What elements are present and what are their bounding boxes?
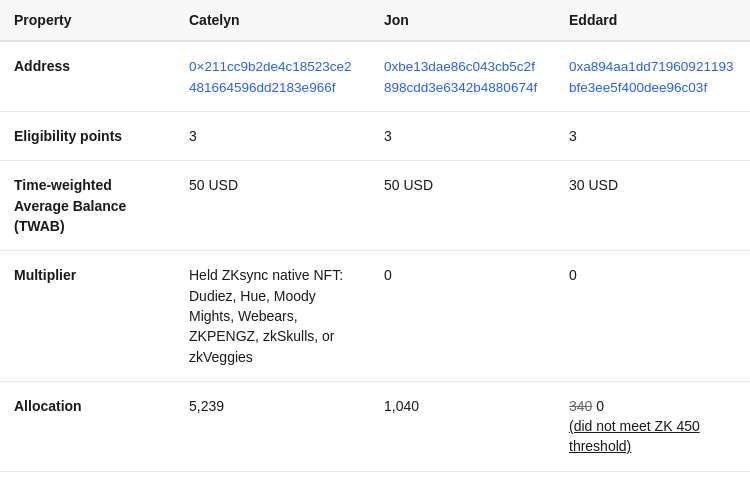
table-row-twab: Time-weighted Average Balance (TWAB) 50 … [0, 161, 750, 251]
property-allocation-label: Allocation [0, 381, 175, 471]
catelyn-twab: 50 USD [175, 161, 370, 251]
header-catelyn: Catelyn [175, 0, 370, 41]
eddard-allocation-strikethrough: 340 [569, 398, 592, 414]
eddard-allocation-cell: 3400 (did not meet ZK 450 threshold) [555, 381, 750, 471]
table-row-allocation: Allocation 5,239 1,040 3400 (did not mee… [0, 381, 750, 471]
property-address-label: Address [0, 41, 175, 112]
header-property: Property [0, 0, 175, 41]
property-eligibility-label: Eligibility points [0, 112, 175, 161]
jon-address-link[interactable]: 0xbe13dae86c043cb5c2f898cdd3e6342b488067… [384, 59, 537, 95]
eddard-address-cell: 0xa894aa1dd71960921193bfe3ee5f400dee96c0… [555, 41, 750, 112]
catelyn-eligibility: 3 [175, 112, 370, 161]
catelyn-multiplier: Held ZKsync native NFT: Dudiez, Hue, Moo… [175, 251, 370, 381]
eddard-allocation-note: (did not meet ZK 450 threshold) [569, 418, 700, 454]
table-row-multiplier: Multiplier Held ZKsync native NFT: Dudie… [0, 251, 750, 381]
property-multiplier-label: Multiplier [0, 251, 175, 381]
comparison-table-wrapper: Property Catelyn Jon Eddard Address 0×21… [0, 0, 750, 503]
eddard-allocation-value: 0 [596, 398, 604, 414]
eddard-multiplier: 0 [555, 251, 750, 381]
table-header-row: Property Catelyn Jon Eddard [0, 0, 750, 41]
table-row-address: Address 0×211cc9b2de4c18523ce2481664596d… [0, 41, 750, 112]
jon-allocation: 1,040 [370, 381, 555, 471]
catelyn-allocation: 5,239 [175, 381, 370, 471]
jon-address-cell: 0xbe13dae86c043cb5c2f898cdd3e6342b488067… [370, 41, 555, 112]
eddard-twab: 30 USD [555, 161, 750, 251]
catelyn-address-cell: 0×211cc9b2de4c18523ce2481664596dd2183e96… [175, 41, 370, 112]
eddard-address-link[interactable]: 0xa894aa1dd71960921193bfe3ee5f400dee96c0… [569, 59, 733, 95]
catelyn-address-link[interactable]: 0×211cc9b2de4c18523ce2481664596dd2183e96… [189, 59, 352, 95]
comparison-table: Property Catelyn Jon Eddard Address 0×21… [0, 0, 750, 472]
table-row-eligibility: Eligibility points 3 3 3 [0, 112, 750, 161]
header-eddard: Eddard [555, 0, 750, 41]
header-jon: Jon [370, 0, 555, 41]
property-twab-label: Time-weighted Average Balance (TWAB) [0, 161, 175, 251]
eddard-eligibility: 3 [555, 112, 750, 161]
jon-twab: 50 USD [370, 161, 555, 251]
jon-eligibility: 3 [370, 112, 555, 161]
jon-multiplier: 0 [370, 251, 555, 381]
